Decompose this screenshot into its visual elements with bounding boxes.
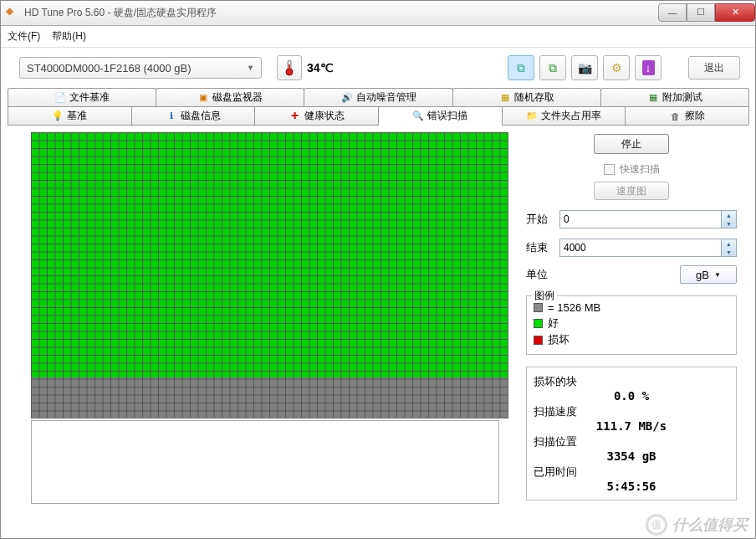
menu-help[interactable]: 帮助(H)	[52, 29, 86, 44]
legend-good-text: 好	[548, 316, 559, 331]
tab-icon: 🔍	[412, 110, 424, 122]
tab-icon: 💡	[52, 110, 64, 122]
damaged-value: 0.0 %	[534, 389, 729, 403]
menu-file[interactable]: 文件(F)	[8, 29, 40, 44]
damaged-label: 损坏的块	[534, 374, 729, 389]
chevron-down-icon: ▼	[247, 64, 254, 72]
unit-select[interactable]: gB ▼	[680, 265, 737, 284]
spin-up-icon[interactable]: ▲	[722, 211, 736, 219]
legend-good-icon	[534, 319, 543, 328]
window-title: HD Tune Pro 5.60 - 硬盘/固态硬盘实用程序	[24, 6, 658, 20]
legend-block-icon	[534, 303, 543, 312]
tab-文件夹占用率[interactable]: 📁文件夹占用率	[502, 106, 626, 125]
end-input[interactable]: 4000 ▲▼	[559, 239, 737, 257]
tab-错误扫描[interactable]: 🔍错误扫描	[378, 106, 503, 125]
tab-icon: ▣	[197, 92, 209, 104]
quick-scan-label: 快速扫描	[620, 162, 660, 177]
spin-down-icon[interactable]: ▼	[722, 219, 736, 228]
start-row: 开始 0 ▲▼	[526, 210, 737, 228]
tab-label: 附加测试	[662, 90, 702, 105]
maximize-button[interactable]: ☐	[687, 3, 715, 22]
tab-label: 自动噪音管理	[356, 90, 416, 105]
unit-value: gB	[696, 269, 709, 281]
legend-block-text: = 1526 MB	[548, 301, 600, 314]
grid-lines	[31, 132, 508, 418]
tab-icon: 📁	[526, 110, 538, 122]
speedmap-button[interactable]: 速度图	[594, 182, 669, 200]
tab-icon: 🔊	[341, 92, 353, 104]
tab-label: 磁盘监视器	[212, 90, 263, 105]
tab-文件基准[interactable]: 📄文件基准	[8, 88, 156, 106]
speed-label: 扫描速度	[534, 404, 729, 419]
copy-button[interactable]: ⧉	[508, 55, 534, 80]
temperature-box: 34℃	[277, 55, 334, 80]
toolbar: ST4000DM000-1F2168 (4000 gB) ▼ 34℃ ⧉ ⧉ 📷…	[1, 48, 755, 88]
stop-button[interactable]: 停止	[594, 134, 669, 154]
legend-title: 图例	[532, 289, 557, 303]
tabs: 📄文件基准▣磁盘监视器🔊自动噪音管理▦随机存取▦附加测试 💡基准ℹ磁盘信息✚健康…	[1, 88, 755, 125]
close-button[interactable]: ✕	[715, 3, 755, 22]
tab-label: 基准	[67, 109, 87, 123]
unit-label: 单位	[526, 267, 554, 282]
tab-icon: ▦	[647, 92, 659, 104]
page-icon: ⧉	[549, 61, 557, 75]
tab-icon: ℹ	[166, 110, 177, 122]
tab-磁盘信息[interactable]: ℹ磁盘信息	[131, 106, 256, 125]
legend-bad-text: 损坏	[548, 332, 570, 347]
tab-擦除[interactable]: 🗑擦除	[625, 106, 749, 125]
drive-select-value: ST4000DM000-1F2168 (4000 gB)	[27, 62, 192, 74]
end-label: 结束	[526, 240, 554, 255]
chevron-down-icon: ▼	[714, 271, 721, 279]
app-icon	[6, 7, 19, 20]
unit-row: 单位 gB ▼	[526, 265, 737, 284]
pos-value: 3354 gB	[534, 449, 729, 463]
camera-icon: 📷	[578, 61, 592, 74]
tab-随机存取[interactable]: ▦随机存取	[452, 88, 601, 106]
copy-text-button[interactable]: ⧉	[539, 55, 566, 80]
time-value: 5:45:56	[534, 480, 729, 493]
tab-label: 文件基准	[69, 90, 110, 105]
temperature-value: 34℃	[307, 61, 334, 74]
end-value: 4000	[564, 242, 586, 254]
copy-icon: ⧉	[517, 61, 525, 75]
legend-bad-icon	[534, 336, 543, 345]
settings-button[interactable]: ⚙	[603, 55, 630, 80]
tab-label: 错误扫描	[427, 109, 467, 123]
tab-label: 随机存取	[514, 90, 554, 105]
save-button[interactable]: ↓	[635, 55, 662, 80]
menubar: 文件(F) 帮助(H)	[1, 26, 755, 48]
start-input[interactable]: 0 ▲▼	[559, 210, 737, 228]
watermark-icon: 值	[646, 514, 667, 536]
quick-scan-checkbox[interactable]	[604, 164, 615, 175]
speed-value: 111.7 MB/s	[534, 419, 729, 433]
scan-area	[31, 132, 513, 535]
tab-健康状态[interactable]: ✚健康状态	[254, 106, 379, 125]
drive-select[interactable]: ST4000DM000-1F2168 (4000 gB) ▼	[19, 57, 262, 79]
tab-label: 文件夹占用率	[541, 109, 601, 123]
time-label: 已用时间	[534, 465, 729, 480]
watermark: 值 什么值得买	[646, 514, 748, 536]
gear-icon: ⚙	[611, 61, 622, 74]
pos-label: 扫描位置	[534, 434, 729, 449]
tab-icon: 🗑	[670, 110, 682, 122]
tab-自动噪音管理[interactable]: 🔊自动噪音管理	[304, 88, 452, 106]
thermometer-button[interactable]	[277, 55, 302, 80]
tab-磁盘监视器[interactable]: ▣磁盘监视器	[156, 88, 304, 106]
start-label: 开始	[526, 212, 554, 227]
toolbar-icons: ⧉ ⧉ 📷 ⚙ ↓	[508, 55, 662, 80]
side-panel: 停止 快速扫描 速度图 开始 0 ▲▼ 结束 4000 ▲▼	[526, 132, 737, 535]
tab-label: 磁盘信息	[181, 109, 221, 123]
tab-icon: ▦	[499, 92, 511, 104]
spin-down-icon[interactable]: ▼	[722, 248, 736, 256]
minimize-button[interactable]: —	[658, 3, 687, 22]
tab-label: 擦除	[685, 109, 705, 123]
spin-up-icon[interactable]: ▲	[722, 239, 736, 248]
svg-rect-2	[289, 64, 290, 72]
start-value: 0	[564, 213, 570, 225]
legend-box: 图例 = 1526 MB 好 损坏	[526, 295, 737, 355]
screenshot-button[interactable]: 📷	[571, 55, 598, 80]
window-controls: — ☐ ✕	[658, 5, 755, 22]
exit-button[interactable]: 退出	[688, 56, 740, 80]
tab-附加测试[interactable]: ▦附加测试	[600, 88, 749, 106]
tab-基准[interactable]: 💡基准	[8, 106, 132, 125]
